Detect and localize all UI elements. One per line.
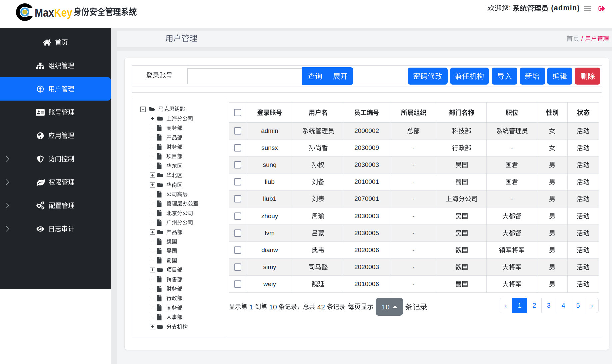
svg-text:MaxKey: MaxKey — [35, 6, 72, 19]
